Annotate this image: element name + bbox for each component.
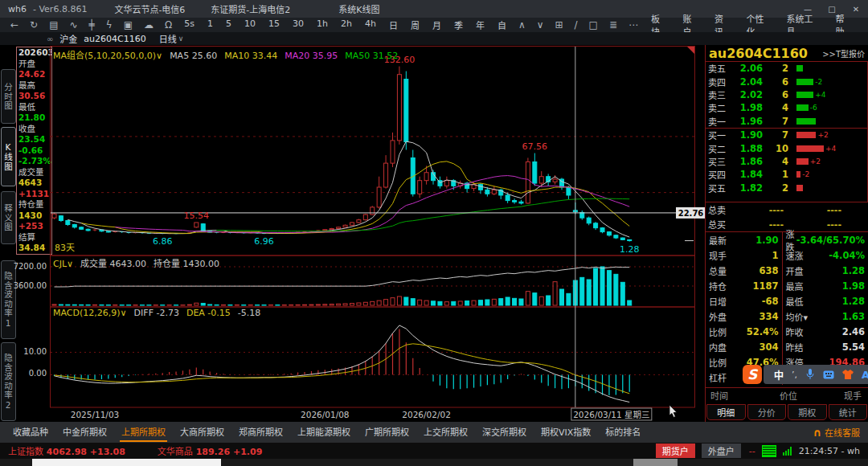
trend-line-icon[interactable]: ∿: [69, 18, 77, 31]
volume-bar: [106, 305, 110, 306]
tab-统计[interactable]: 统计: [829, 404, 868, 420]
ask-row-2[interactable]: 卖三2.026+4: [706, 88, 867, 101]
alert-bell-icon[interactable]: Ω: [165, 18, 172, 31]
layout-icon[interactable]: ≣: [609, 18, 617, 31]
chart-window-icon[interactable]: ▣: [124, 18, 133, 31]
info-line-6: 21.80: [18, 112, 51, 124]
volume-bar: [194, 303, 199, 305]
period-button-13[interactable]: 年: [476, 18, 485, 31]
bid-row-3[interactable]: 买四1.841-2: [706, 168, 867, 181]
candle-body: [86, 229, 90, 231]
period-button-11[interactable]: 月: [432, 18, 441, 31]
chevron-down-icon[interactable]: ∨: [178, 35, 184, 43]
keyboard-icon[interactable]: [823, 370, 834, 379]
volume-bar: [600, 267, 604, 305]
left-tab-strip: 分时图K线图释义图隐含波动率1隐含波动率2: [0, 45, 16, 422]
period-button-4[interactable]: 15: [268, 18, 280, 31]
kline-chart-svg[interactable]: 22.76132.6067.5615.546.866.961.2883天2025…: [50, 45, 706, 422]
skin-shirt-icon[interactable]: [842, 370, 854, 379]
cloud-download-icon[interactable]: ☁: [144, 18, 154, 31]
sidebar-tab-0[interactable]: 分时图: [1, 69, 16, 124]
period-button-1[interactable]: 1: [207, 18, 213, 31]
bid-row-1[interactable]: 买二1.8810+4: [706, 141, 867, 154]
period-button-10[interactable]: 周: [411, 18, 420, 31]
ai-assistant-icon[interactable]: Ai: [862, 369, 868, 381]
nav-item-10[interactable]: 标的排名: [604, 423, 642, 442]
market-grid-icon[interactable]: [762, 445, 776, 457]
nav-item-0[interactable]: 收藏品种: [11, 423, 50, 442]
nav-item-1[interactable]: 中金所期权: [61, 423, 108, 442]
nav-item-3[interactable]: 大商所期权: [178, 423, 226, 442]
candlestick-icon[interactable]: ╪: [89, 18, 95, 31]
nav-item-8[interactable]: 深交所期权: [481, 423, 528, 442]
period-button-9[interactable]: 日: [389, 18, 398, 31]
ask-row-3[interactable]: 卖二1.984-6: [706, 101, 867, 114]
tab-明细[interactable]: 明细: [706, 404, 746, 420]
period-button-0[interactable]: 5s: [184, 18, 194, 31]
quote-board-icon[interactable]: ▤: [49, 18, 58, 31]
ask-row-4[interactable]: 卖一1.967: [706, 115, 867, 128]
period-button-8[interactable]: 4h: [365, 18, 376, 31]
draw-line-icon[interactable]: /: [575, 18, 578, 31]
overseas-account-button[interactable]: 外盘户: [702, 444, 741, 458]
nav-item-2[interactable]: 上期所期权: [120, 423, 167, 442]
price-level-qty: 2: [763, 63, 788, 74]
bid-row-2[interactable]: 买三1.864+2: [706, 155, 867, 168]
collapse-up-icon[interactable]: ∧: [518, 18, 526, 31]
total-sell-label: 总卖: [708, 203, 735, 216]
bid-row-4[interactable]: 买五1.822: [706, 182, 867, 194]
nav-item-7[interactable]: 上交所期权: [422, 423, 469, 442]
back-icon[interactable]: ←: [10, 18, 18, 31]
volume-bar: [316, 305, 320, 305]
tab-期权[interactable]: 期权: [788, 404, 827, 420]
refresh-icon[interactable]: ↻: [30, 18, 38, 31]
expand-down-icon[interactable]: ∨: [537, 18, 544, 31]
insert-chart-icon[interactable]: ⊞: [555, 18, 563, 31]
period-button-3[interactable]: 10: [244, 18, 256, 31]
nav-item-9[interactable]: 期权VIX指数: [539, 423, 592, 442]
qty-bar-cell: [788, 185, 865, 191]
info-line-8: 23.54: [18, 134, 51, 145]
qty-bar: [796, 132, 816, 138]
online-service-button[interactable]: ∩ 在线客服: [813, 426, 860, 439]
chinese-mode-icon[interactable]: 中: [774, 368, 784, 382]
quote-label: 外盘: [709, 310, 727, 323]
cloud-node: 文华云节点-电信6: [114, 2, 185, 15]
period-button-5[interactable]: 30: [293, 18, 304, 31]
ask-row-0[interactable]: 卖五2.062: [706, 62, 867, 75]
sogou-logo-icon[interactable]: S: [743, 365, 762, 384]
period-selector[interactable]: 日线: [159, 32, 177, 45]
volume-bar: [330, 305, 334, 305]
nav-item-6[interactable]: 广期所期权: [363, 423, 411, 442]
info-line-5: 最低: [18, 102, 51, 113]
futures-account-button[interactable]: 期货户: [656, 444, 695, 458]
tab-分价[interactable]: 分价: [747, 404, 787, 420]
punctuation-icon[interactable]: ’,: [792, 370, 797, 380]
kline-chart-area[interactable]: 22.76132.6067.5615.546.866.961.2883天2025…: [50, 45, 706, 422]
crosshair-price-label: 22.76: [678, 209, 704, 218]
rectangle-icon[interactable]: □: [589, 18, 598, 31]
bid-row-0[interactable]: 买一1.907+2: [706, 129, 867, 141]
price-level-label: 买四: [708, 168, 729, 181]
sidebar-tab-2[interactable]: 释义图: [1, 191, 16, 244]
nav-item-4[interactable]: 郑商所期权: [237, 423, 285, 442]
volume-bar: [371, 301, 375, 305]
sidebar-tab-3[interactable]: 隐含波动率1: [1, 260, 16, 339]
period-button-2[interactable]: 5: [226, 18, 231, 31]
microphone-icon[interactable]: [805, 369, 815, 380]
volume-bar: [607, 271, 611, 305]
nav-item-5[interactable]: 上期能源期权: [296, 423, 352, 442]
period-button-7[interactable]: 2h: [341, 18, 352, 31]
volume-bar: [208, 305, 212, 305]
qty-bar: [796, 65, 803, 72]
lightning-order-icon[interactable]: ϟ: [106, 18, 113, 31]
period-button-12[interactable]: 季: [454, 18, 463, 31]
quote-value: -4.04%: [829, 250, 865, 261]
period-button-14[interactable]: 自: [497, 18, 506, 31]
sidebar-tab-1[interactable]: K线图: [1, 127, 16, 186]
t-quote-link[interactable]: >>T型报价: [822, 47, 865, 59]
link-icon[interactable]: ∞: [47, 35, 53, 43]
period-button-6[interactable]: 1h: [317, 18, 328, 31]
ask-row-1[interactable]: 卖四2.046-2: [706, 75, 867, 88]
more-icon[interactable]: ⋯: [628, 18, 638, 31]
